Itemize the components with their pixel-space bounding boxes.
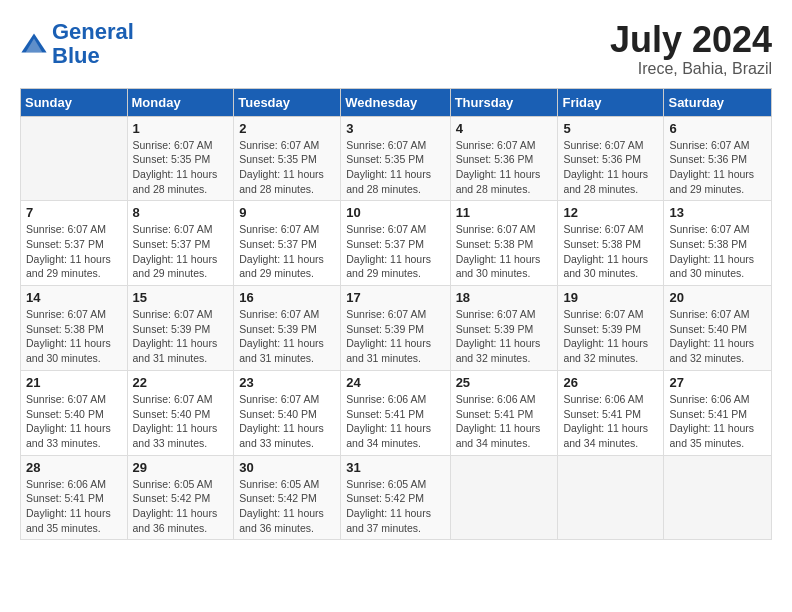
day-cell: 18Sunrise: 6:07 AM Sunset: 5:39 PM Dayli… [450, 286, 558, 371]
day-info: Sunrise: 6:05 AM Sunset: 5:42 PM Dayligh… [133, 477, 229, 536]
day-cell: 8Sunrise: 6:07 AM Sunset: 5:37 PM Daylig… [127, 201, 234, 286]
week-row-5: 28Sunrise: 6:06 AM Sunset: 5:41 PM Dayli… [21, 455, 772, 540]
day-cell: 24Sunrise: 6:06 AM Sunset: 5:41 PM Dayli… [341, 370, 450, 455]
header-row: Sunday Monday Tuesday Wednesday Thursday… [21, 88, 772, 116]
logo: GeneralBlue [20, 20, 134, 68]
day-info: Sunrise: 6:06 AM Sunset: 5:41 PM Dayligh… [563, 392, 658, 451]
day-number: 6 [669, 121, 766, 136]
day-number: 30 [239, 460, 335, 475]
day-number: 12 [563, 205, 658, 220]
day-info: Sunrise: 6:07 AM Sunset: 5:37 PM Dayligh… [133, 222, 229, 281]
day-cell: 7Sunrise: 6:07 AM Sunset: 5:37 PM Daylig… [21, 201, 128, 286]
day-info: Sunrise: 6:07 AM Sunset: 5:39 PM Dayligh… [563, 307, 658, 366]
day-info: Sunrise: 6:07 AM Sunset: 5:40 PM Dayligh… [26, 392, 122, 451]
day-number: 10 [346, 205, 444, 220]
day-cell: 23Sunrise: 6:07 AM Sunset: 5:40 PM Dayli… [234, 370, 341, 455]
day-cell: 27Sunrise: 6:06 AM Sunset: 5:41 PM Dayli… [664, 370, 772, 455]
day-number: 29 [133, 460, 229, 475]
week-row-1: 1Sunrise: 6:07 AM Sunset: 5:35 PM Daylig… [21, 116, 772, 201]
day-info: Sunrise: 6:07 AM Sunset: 5:40 PM Dayligh… [669, 307, 766, 366]
day-cell: 14Sunrise: 6:07 AM Sunset: 5:38 PM Dayli… [21, 286, 128, 371]
day-number: 1 [133, 121, 229, 136]
day-number: 14 [26, 290, 122, 305]
day-info: Sunrise: 6:07 AM Sunset: 5:38 PM Dayligh… [456, 222, 553, 281]
header-friday: Friday [558, 88, 664, 116]
logo-icon [20, 30, 48, 58]
title-block: July 2024 Irece, Bahia, Brazil [610, 20, 772, 78]
day-info: Sunrise: 6:07 AM Sunset: 5:35 PM Dayligh… [346, 138, 444, 197]
day-info: Sunrise: 6:07 AM Sunset: 5:36 PM Dayligh… [669, 138, 766, 197]
day-number: 13 [669, 205, 766, 220]
day-info: Sunrise: 6:07 AM Sunset: 5:37 PM Dayligh… [26, 222, 122, 281]
calendar-body: 1Sunrise: 6:07 AM Sunset: 5:35 PM Daylig… [21, 116, 772, 540]
header-monday: Monday [127, 88, 234, 116]
logo-text: GeneralBlue [52, 20, 134, 68]
day-cell: 6Sunrise: 6:07 AM Sunset: 5:36 PM Daylig… [664, 116, 772, 201]
day-cell: 11Sunrise: 6:07 AM Sunset: 5:38 PM Dayli… [450, 201, 558, 286]
day-cell: 25Sunrise: 6:06 AM Sunset: 5:41 PM Dayli… [450, 370, 558, 455]
day-cell: 20Sunrise: 6:07 AM Sunset: 5:40 PM Dayli… [664, 286, 772, 371]
day-cell: 3Sunrise: 6:07 AM Sunset: 5:35 PM Daylig… [341, 116, 450, 201]
day-cell [664, 455, 772, 540]
day-info: Sunrise: 6:07 AM Sunset: 5:38 PM Dayligh… [563, 222, 658, 281]
day-number: 4 [456, 121, 553, 136]
day-info: Sunrise: 6:07 AM Sunset: 5:39 PM Dayligh… [133, 307, 229, 366]
header-thursday: Thursday [450, 88, 558, 116]
calendar-header: Sunday Monday Tuesday Wednesday Thursday… [21, 88, 772, 116]
day-cell [450, 455, 558, 540]
day-number: 31 [346, 460, 444, 475]
month-title: July 2024 [610, 20, 772, 60]
day-cell: 28Sunrise: 6:06 AM Sunset: 5:41 PM Dayli… [21, 455, 128, 540]
day-info: Sunrise: 6:07 AM Sunset: 5:40 PM Dayligh… [133, 392, 229, 451]
day-cell: 1Sunrise: 6:07 AM Sunset: 5:35 PM Daylig… [127, 116, 234, 201]
day-info: Sunrise: 6:07 AM Sunset: 5:39 PM Dayligh… [346, 307, 444, 366]
day-number: 21 [26, 375, 122, 390]
day-cell: 4Sunrise: 6:07 AM Sunset: 5:36 PM Daylig… [450, 116, 558, 201]
day-info: Sunrise: 6:05 AM Sunset: 5:42 PM Dayligh… [346, 477, 444, 536]
day-number: 28 [26, 460, 122, 475]
day-number: 26 [563, 375, 658, 390]
header-saturday: Saturday [664, 88, 772, 116]
header-wednesday: Wednesday [341, 88, 450, 116]
day-number: 27 [669, 375, 766, 390]
day-info: Sunrise: 6:07 AM Sunset: 5:35 PM Dayligh… [133, 138, 229, 197]
day-info: Sunrise: 6:07 AM Sunset: 5:38 PM Dayligh… [669, 222, 766, 281]
day-number: 17 [346, 290, 444, 305]
day-cell [558, 455, 664, 540]
day-info: Sunrise: 6:07 AM Sunset: 5:39 PM Dayligh… [239, 307, 335, 366]
day-number: 9 [239, 205, 335, 220]
week-row-3: 14Sunrise: 6:07 AM Sunset: 5:38 PM Dayli… [21, 286, 772, 371]
day-info: Sunrise: 6:06 AM Sunset: 5:41 PM Dayligh… [346, 392, 444, 451]
day-number: 24 [346, 375, 444, 390]
day-cell: 22Sunrise: 6:07 AM Sunset: 5:40 PM Dayli… [127, 370, 234, 455]
day-cell: 15Sunrise: 6:07 AM Sunset: 5:39 PM Dayli… [127, 286, 234, 371]
day-cell: 12Sunrise: 6:07 AM Sunset: 5:38 PM Dayli… [558, 201, 664, 286]
day-cell: 9Sunrise: 6:07 AM Sunset: 5:37 PM Daylig… [234, 201, 341, 286]
day-info: Sunrise: 6:07 AM Sunset: 5:36 PM Dayligh… [563, 138, 658, 197]
day-number: 23 [239, 375, 335, 390]
day-info: Sunrise: 6:07 AM Sunset: 5:39 PM Dayligh… [456, 307, 553, 366]
day-number: 19 [563, 290, 658, 305]
day-number: 16 [239, 290, 335, 305]
day-info: Sunrise: 6:07 AM Sunset: 5:35 PM Dayligh… [239, 138, 335, 197]
day-number: 20 [669, 290, 766, 305]
day-number: 3 [346, 121, 444, 136]
day-cell: 31Sunrise: 6:05 AM Sunset: 5:42 PM Dayli… [341, 455, 450, 540]
day-info: Sunrise: 6:07 AM Sunset: 5:37 PM Dayligh… [346, 222, 444, 281]
day-info: Sunrise: 6:07 AM Sunset: 5:40 PM Dayligh… [239, 392, 335, 451]
day-cell: 30Sunrise: 6:05 AM Sunset: 5:42 PM Dayli… [234, 455, 341, 540]
day-number: 22 [133, 375, 229, 390]
day-cell [21, 116, 128, 201]
page-header: GeneralBlue July 2024 Irece, Bahia, Braz… [20, 20, 772, 78]
header-sunday: Sunday [21, 88, 128, 116]
location: Irece, Bahia, Brazil [610, 60, 772, 78]
day-number: 8 [133, 205, 229, 220]
calendar-table: Sunday Monday Tuesday Wednesday Thursday… [20, 88, 772, 541]
day-cell: 5Sunrise: 6:07 AM Sunset: 5:36 PM Daylig… [558, 116, 664, 201]
day-info: Sunrise: 6:07 AM Sunset: 5:36 PM Dayligh… [456, 138, 553, 197]
day-info: Sunrise: 6:06 AM Sunset: 5:41 PM Dayligh… [26, 477, 122, 536]
header-tuesday: Tuesday [234, 88, 341, 116]
day-cell: 17Sunrise: 6:07 AM Sunset: 5:39 PM Dayli… [341, 286, 450, 371]
day-number: 2 [239, 121, 335, 136]
day-cell: 13Sunrise: 6:07 AM Sunset: 5:38 PM Dayli… [664, 201, 772, 286]
